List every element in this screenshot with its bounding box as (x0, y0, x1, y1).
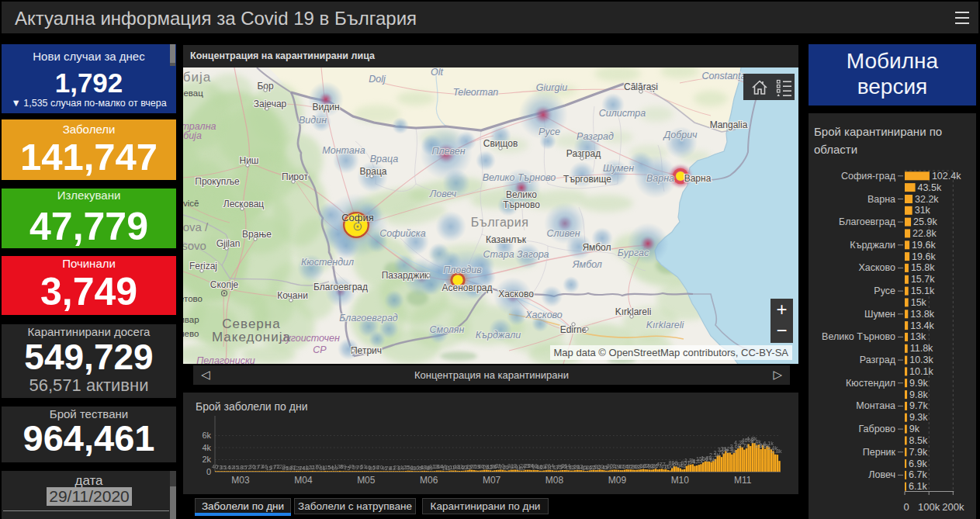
svg-text:Петрич: Петрич (351, 345, 382, 356)
svg-text:Варна: Варна (684, 173, 712, 184)
svg-text:10.1k: 10.1k (909, 366, 933, 377)
svg-text:чево: чево (183, 329, 199, 338)
svg-text:25.9k: 25.9k (913, 216, 937, 227)
svg-text:sovo: sovo (183, 239, 206, 252)
svg-text:100k: 100k (918, 501, 940, 513)
svg-text:M04: M04 (294, 475, 313, 486)
svg-text:Перник: Перник (863, 447, 896, 458)
svg-text:43.5k: 43.5k (918, 182, 942, 193)
svg-text:Ямбол: Ямбол (572, 259, 602, 270)
svg-text:Монтана: Монтана (856, 400, 895, 411)
svg-text:9.7k: 9.7k (909, 400, 928, 411)
svg-text:9.9k: 9.9k (909, 378, 928, 389)
svg-text:Прокупље: Прокупље (195, 176, 240, 187)
svg-text:32.2k: 32.2k (915, 194, 939, 205)
svg-text:2k: 2k (202, 455, 211, 464)
svg-text:6k: 6k (202, 431, 211, 440)
svg-text:M03: M03 (231, 475, 250, 486)
svg-text:15k: 15k (911, 297, 927, 308)
svg-text:бија: бија (183, 130, 202, 141)
svg-text:19.6k: 19.6k (912, 240, 936, 251)
svg-text:Разград: Разград (860, 355, 896, 365)
svg-text:M05: M05 (357, 475, 376, 486)
svg-text:Видин: Видин (299, 115, 327, 126)
svg-text:Шумен: Шумен (603, 163, 634, 174)
svg-text:4k: 4k (202, 443, 211, 452)
svg-text:9.8k: 9.8k (909, 389, 928, 400)
svg-text:Асеновград: Асеновград (442, 282, 492, 293)
svg-text:София: София (341, 212, 374, 223)
svg-text:СР: СР (313, 344, 327, 355)
svg-text:Mangalia: Mangalia (710, 119, 748, 130)
svg-text:0: 0 (206, 467, 211, 476)
svg-text:Македонија: Македонија (212, 330, 291, 344)
svg-text:Шумен: Шумен (864, 309, 895, 320)
svg-text:Хасково: Хасково (858, 262, 895, 273)
svg-text:етово: етово (183, 294, 203, 303)
svg-text:Ловеч: Ловеч (429, 189, 457, 199)
svg-text:Giurgiu: Giurgiu (536, 82, 567, 93)
svg-text:M11: M11 (734, 475, 752, 486)
svg-text:Добрич: Добрич (662, 130, 698, 140)
svg-text:Плевен: Плевен (431, 146, 465, 157)
svg-text:Кюстендил: Кюстендил (846, 378, 895, 389)
svg-text:M09: M09 (608, 475, 627, 486)
svg-text:Кюстендил: Кюстендил (301, 257, 354, 268)
svg-text:19.6k: 19.6k (912, 251, 936, 262)
svg-text:102.4k: 102.4k (932, 171, 961, 182)
svg-text:Смолян: Смолян (430, 324, 465, 335)
svg-text:8.5k: 8.5k (909, 435, 928, 446)
svg-text:Казанлък: Казанлък (486, 234, 527, 245)
svg-text:ивар: ивар (183, 315, 199, 324)
svg-text:22.8k: 22.8k (912, 228, 937, 239)
svg-text:11.8k: 11.8k (910, 343, 933, 354)
svg-text:София-град: София-град (841, 171, 896, 182)
svg-text:Велико: Велико (506, 189, 537, 200)
svg-text:Ямбол: Ямбол (582, 242, 611, 253)
svg-text:M07: M07 (483, 475, 501, 486)
svg-text:13k: 13k (910, 331, 926, 342)
svg-text:Търново: Търново (503, 199, 540, 210)
svg-text:Хасково: Хасково (525, 310, 563, 320)
svg-text:Kırklareli: Kırklareli (646, 320, 685, 330)
svg-text:Зајечар: Зајечар (254, 99, 287, 109)
svg-text:13.4k: 13.4k (910, 320, 934, 331)
svg-text:Ловеч: Ловеч (868, 469, 895, 480)
svg-text:Пазарджик: Пазарджик (382, 270, 429, 281)
svg-text:Монтана: Монтана (322, 145, 365, 156)
svg-text:10.3k: 10.3k (909, 355, 933, 365)
svg-text:31k: 31k (915, 205, 931, 216)
svg-text:9.3k: 9.3k (909, 412, 928, 423)
svg-text:Благоевград: Благоевград (839, 216, 896, 227)
svg-text:2.8k: 2.8k (771, 448, 782, 455)
svg-text:Русе: Русе (538, 126, 560, 137)
svg-text:България: България (471, 216, 529, 229)
svg-text:M06: M06 (420, 475, 438, 486)
svg-text:13.8k: 13.8k (910, 309, 934, 320)
svg-text:Враца: Враца (370, 154, 399, 164)
svg-text:Варна: Варна (646, 173, 674, 184)
svg-text:Кърджали: Кърджали (850, 240, 895, 251)
svg-text:Търговище: Търговище (563, 174, 611, 185)
svg-text:15.7k: 15.7k (911, 274, 935, 285)
svg-text:Dolj: Dolj (369, 74, 386, 85)
svg-text:Сливен: Сливен (546, 228, 580, 239)
svg-text:Благоевград: Благоевград (339, 313, 398, 324)
svg-text:Constanța: Constanța (702, 71, 746, 81)
svg-text:Teleorman: Teleorman (453, 87, 499, 98)
svg-text:Кърджали: Кърджали (476, 330, 521, 341)
svg-text:Софийска: Софийска (379, 228, 425, 239)
svg-text:Стара Загора: Стара Загора (483, 249, 549, 260)
svg-text:M08: M08 (545, 475, 564, 486)
svg-text:Варна: Варна (867, 194, 895, 205)
svg-text:Скопје: Скопје (210, 279, 239, 290)
svg-text:ova /: ova / (183, 220, 209, 234)
svg-text:6.1k: 6.1k (909, 481, 927, 492)
svg-text:ovicē: ovicē (183, 199, 199, 208)
svg-text:0: 0 (903, 501, 909, 513)
svg-text:бија: бија (183, 70, 211, 85)
svg-text:Olt: Olt (431, 67, 444, 78)
svg-text:6.7k: 6.7k (909, 469, 927, 480)
svg-text:Хасково: Хасково (498, 289, 534, 299)
svg-text:Габрово: Габрово (858, 424, 895, 434)
